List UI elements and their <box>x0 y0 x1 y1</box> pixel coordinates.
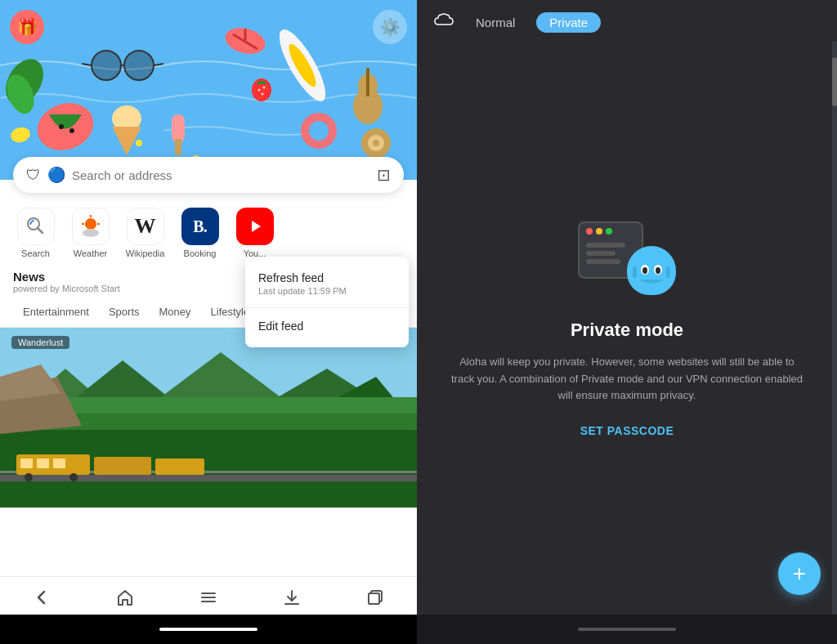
right-home-indicator <box>578 628 676 631</box>
browser-window-content <box>586 243 635 264</box>
tab-normal[interactable]: Normal <box>468 12 523 33</box>
shortcut-weather[interactable]: Weather <box>68 208 113 258</box>
svg-rect-65 <box>94 457 151 475</box>
svg-rect-80 <box>633 266 637 278</box>
svg-point-64 <box>69 473 78 481</box>
tab-sports[interactable]: Sports <box>99 302 150 322</box>
shortcut-search[interactable]: Search <box>13 208 58 258</box>
svg-line-37 <box>38 228 43 233</box>
shortcut-youtube[interactable]: You... <box>232 208 277 258</box>
tab-private[interactable]: Private <box>536 12 601 33</box>
svg-rect-0 <box>0 0 417 180</box>
tab-money[interactable]: Money <box>150 302 201 322</box>
hero-banner: 🎁 ⚙️ <box>0 0 417 180</box>
news-image: Wanderlust <box>0 328 417 576</box>
svg-rect-21 <box>172 114 185 143</box>
svg-point-25 <box>373 140 379 146</box>
shortcuts-row: Search Weather W Wikipedia B. <box>0 193 417 265</box>
left-system-bar <box>0 615 417 644</box>
dot-green <box>606 228 612 235</box>
svg-rect-81 <box>666 266 670 278</box>
settings-icon[interactable]: ⚙️ <box>373 10 407 44</box>
search-icon: 🔵 <box>47 166 65 184</box>
refresh-feed-label: Refresh feed <box>258 271 396 284</box>
news-image-container[interactable]: Wanderlust <box>0 328 417 576</box>
refresh-feed-sub: Last update 11:59 PM <box>258 286 396 296</box>
svg-point-2 <box>59 124 64 129</box>
nav-download-button[interactable] <box>270 585 314 610</box>
search-bar: 🛡 🔵 ⊡ <box>13 157 404 193</box>
svg-rect-66 <box>155 458 204 475</box>
svg-rect-22 <box>175 139 181 155</box>
shortcut-booking[interactable]: B. Booking <box>177 208 222 258</box>
shortcut-booking-label: Booking <box>184 248 217 258</box>
nav-home-button[interactable] <box>103 585 147 610</box>
svg-point-19 <box>309 121 329 141</box>
private-mode-title: Private mode <box>571 320 683 341</box>
scrollbar-track <box>832 41 837 615</box>
nav-menu-button[interactable] <box>186 585 231 610</box>
svg-point-78 <box>642 267 647 274</box>
svg-point-32 <box>124 51 154 80</box>
nav-tabs-button[interactable] <box>353 585 397 610</box>
shortcut-weather-label: Weather <box>74 248 107 258</box>
right-system-bar <box>417 615 837 644</box>
shield-icon: 🛡 <box>26 167 41 184</box>
svg-point-43 <box>83 229 99 237</box>
gift-icon[interactable]: 🎁 <box>10 10 44 44</box>
svg-rect-57 <box>0 475 417 481</box>
fab-button[interactable]: + <box>778 552 821 595</box>
svg-point-13 <box>263 87 266 89</box>
svg-point-63 <box>25 473 33 481</box>
svg-rect-60 <box>20 458 33 468</box>
private-mode-content: Private mode Aloha will keep you private… <box>417 44 837 615</box>
svg-rect-17 <box>366 68 369 96</box>
bottom-nav <box>0 576 417 615</box>
svg-rect-61 <box>37 458 49 468</box>
tab-entertainment[interactable]: Entertainment <box>13 302 99 322</box>
scrollbar-thumb[interactable] <box>832 57 837 106</box>
svg-point-3 <box>69 128 74 133</box>
mask-face <box>627 246 676 295</box>
edit-feed-label: Edit feed <box>258 320 396 333</box>
qr-icon[interactable]: ⊡ <box>377 165 391 185</box>
news-image-label: Wanderlust <box>11 336 69 349</box>
svg-point-29 <box>136 140 142 146</box>
cloud-icon <box>433 11 454 33</box>
left-home-indicator <box>159 628 257 631</box>
svg-point-79 <box>656 267 660 274</box>
private-illustration <box>578 221 676 295</box>
right-panel: Normal Private <box>417 0 837 644</box>
dot-red <box>586 228 593 235</box>
nav-back-button[interactable] <box>20 585 64 610</box>
svg-rect-62 <box>53 458 65 468</box>
news-subtitle: powered by Microsoft Start <box>13 284 120 293</box>
set-passcode-button[interactable]: SET PASSCODE <box>580 424 674 437</box>
svg-point-31 <box>92 51 121 80</box>
private-mode-desc: Aloha will keep you private. However, so… <box>450 354 804 405</box>
dot-yellow <box>596 228 602 235</box>
shortcut-wikipedia[interactable]: W Wikipedia <box>123 208 168 258</box>
search-input[interactable] <box>72 168 370 182</box>
refresh-feed-item[interactable]: Refresh feed Last update 11:59 PM <box>245 263 409 304</box>
shortcut-wikipedia-label: Wikipedia <box>126 248 165 258</box>
news-title: News <box>13 270 120 284</box>
edit-feed-item[interactable]: Edit feed <box>245 311 409 341</box>
shortcut-search-label: Search <box>21 248 50 258</box>
svg-rect-74 <box>369 593 379 604</box>
svg-point-14 <box>262 93 264 96</box>
svg-point-12 <box>258 89 261 92</box>
right-top-bar: Normal Private <box>417 0 837 44</box>
left-panel: 🎁 ⚙️ 🛡 🔵 ⊡ Search <box>0 0 417 644</box>
svg-point-38 <box>85 218 96 230</box>
context-menu: Refresh feed Last update 11:59 PM Edit f… <box>245 257 409 347</box>
